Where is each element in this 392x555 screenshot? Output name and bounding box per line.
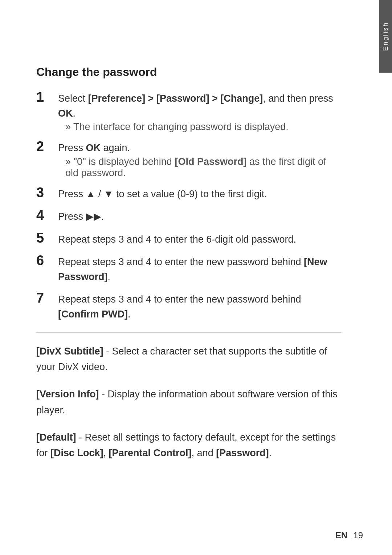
info-default-bold: [Default] [36,432,76,443]
step-content-6: Repeat steps 3 and 4 to enter the new pa… [58,253,341,284]
side-tab-label: English [382,22,389,51]
step-content-3: Press ▲ / ▼ to set a value (0-9) to the … [58,185,341,202]
step7-before: Repeat steps 3 and 4 to enter the new pa… [58,294,301,305]
steps-container: 1 Select [Preference] > [Password] > [Ch… [36,90,341,321]
info-version-bold: [Version Info] [36,389,99,400]
step-number-2: 2 [36,139,58,154]
step-row: 2 Press OK again. "0" is displayed behin… [36,139,341,179]
step-content-7: Repeat steps 3 and 4 to enter the new pa… [58,291,341,321]
step-sub-1: The interface for changing password is d… [58,121,341,133]
step-row: 1 Select [Preference] > [Password] > [Ch… [36,90,341,133]
step2-sub-bold: [Old Password] [175,156,246,167]
step1-ok: OK [58,108,73,119]
info-default-b2: [Parental Control] [109,447,192,458]
step1-before: Select [58,93,88,104]
step6-after: . [108,271,111,282]
info-section: [DivX Subtitle] - Select a character set… [36,344,341,461]
info-line-divx: [DivX Subtitle] - Select a character set… [36,344,341,375]
step4-text: Press ▶▶. [58,211,104,222]
step2-ok: OK [86,142,101,153]
side-tab: English [379,0,392,73]
step-row: 5 Repeat steps 3 and 4 to enter the 6-di… [36,231,341,247]
info-line-version: [Version Info] - Display the information… [36,386,341,418]
info-default-c1: , [103,447,109,458]
step-number-1: 1 [36,90,58,105]
step-main-1: Select [Preference] > [Password] > [Chan… [58,91,341,121]
step-content-2: Press OK again. "0" is displayed behind … [58,139,341,179]
info-default-end: . [269,447,272,458]
step-main-5: Repeat steps 3 and 4 to enter the 6-digi… [58,232,341,247]
info-default-c2: , and [192,447,216,458]
step-main-4: Press ▶▶. [58,209,341,224]
footer: EN 19 [335,530,363,540]
step-row: 7 Repeat steps 3 and 4 to enter the new … [36,291,341,321]
step-content-5: Repeat steps 3 and 4 to enter the 6-digi… [58,231,341,247]
step-number-4: 4 [36,208,58,223]
step-number-7: 7 [36,291,58,306]
step1-end: . [73,108,76,119]
step6-before: Repeat steps 3 and 4 to enter the new pa… [58,256,304,267]
section-title: Change the password [36,65,341,79]
main-content: Change the password 1 Select [Preference… [29,22,363,461]
info-divx-bold: [DivX Subtitle] [36,346,103,357]
page-container: English Change the password 1 Select [Pr… [0,0,392,555]
step-content-1: Select [Preference] > [Password] > [Chan… [58,90,341,133]
step-main-3: Press ▲ / ▼ to set a value (0-9) to the … [58,187,341,202]
step-number-5: 5 [36,231,58,246]
info-default-b3: [Password] [216,447,269,458]
step-number-6: 6 [36,253,58,268]
step-main-6: Repeat steps 3 and 4 to enter the new pa… [58,255,341,284]
step2-before: Press [58,142,86,153]
info-default-b1: [Disc Lock] [50,447,103,458]
step5-text: Repeat steps 3 and 4 to enter the 6-digi… [58,234,296,245]
step1-middle: , and then press [263,93,333,104]
step-sub-2: "0" is displayed behind [Old Password] a… [58,156,341,179]
step1-bold: [Preference] > [Password] > [Change] [88,93,263,104]
step-row: 6 Repeat steps 3 and 4 to enter the new … [36,253,341,284]
step-row: 4 Press ▶▶. [36,208,341,224]
footer-page: 19 [353,530,363,540]
step-content-4: Press ▶▶. [58,208,341,224]
section-divider [36,332,341,333]
step-number-3: 3 [36,185,58,200]
info-line-default: [Default] - Reset all settings to factor… [36,430,341,461]
step-row: 3 Press ▲ / ▼ to set a value (0-9) to th… [36,185,341,202]
step7-after: . [128,309,131,320]
step3-text: Press ▲ / ▼ to set a value (0-9) to the … [58,189,267,199]
step2-after: again. [101,142,130,153]
step-main-2: Press OK again. [58,141,341,155]
step7-bold: [Confirm PWD] [58,309,128,320]
step-main-7: Repeat steps 3 and 4 to enter the new pa… [58,292,341,321]
footer-lang: EN [335,530,347,540]
